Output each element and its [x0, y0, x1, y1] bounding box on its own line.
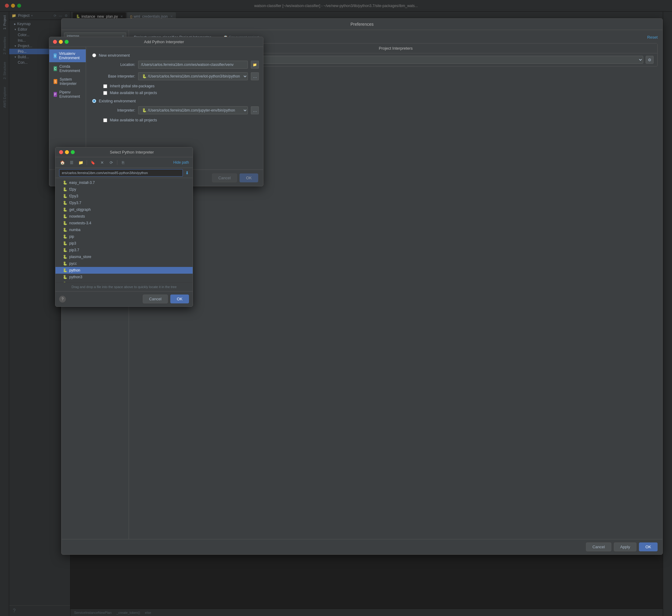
file-icon-10: 🐍	[63, 248, 67, 252]
toolbar-refresh-btn[interactable]: ⟳	[108, 159, 115, 166]
file-icon-13: 🐍	[63, 268, 67, 272]
file-icon-4: 🐍	[63, 207, 67, 212]
add-interp-virtualenv[interactable]: V Virtualenv Environment	[49, 49, 86, 62]
file-item-easy-install[interactable]: 🐍 easy_install-3.7	[55, 179, 193, 186]
add-interp-title-bar: Add Python Interpreter	[49, 37, 263, 47]
prefs-title: Preferences	[62, 19, 663, 30]
file-item-nosetests[interactable]: 🐍 nosetests	[55, 213, 193, 220]
make-available-label: Make available to all projects	[110, 91, 157, 95]
file-icon-2: 🐍	[63, 194, 67, 198]
select-interp-maximize[interactable]	[71, 150, 75, 154]
inherit-checkbox[interactable]	[103, 84, 107, 88]
add-interp-pipenv[interactable]: P Pipenv Environment	[49, 88, 86, 101]
select-interp-minimize[interactable]	[65, 150, 69, 154]
toolbar-close-btn[interactable]: ✕	[99, 159, 105, 166]
new-env-label: New environment	[99, 53, 130, 58]
existing-env-label: Existing environment	[99, 99, 136, 103]
select-interp-ok-btn[interactable]: OK	[170, 294, 189, 303]
location-browse-btn[interactable]: 📁	[251, 61, 259, 69]
new-env-radio[interactable]	[92, 53, 96, 57]
add-interp-conda[interactable]: C Conda Environment	[49, 62, 86, 75]
new-env-radio-row: New environment	[92, 53, 259, 58]
interpreter-dots-btn[interactable]: …	[251, 106, 259, 114]
location-label: Location:	[98, 62, 135, 67]
file-item-f2py[interactable]: 🐍 f2py	[55, 186, 193, 193]
make-available2-checkbox[interactable]	[103, 118, 107, 122]
interpreter-label: Interpreter:	[98, 108, 135, 112]
select-interp-title-text: Select Python Interpreter	[75, 150, 189, 154]
file-item-plasma[interactable]: 🐍 plasma_store	[55, 253, 193, 260]
hide-path-btn[interactable]: Hide path	[173, 160, 189, 164]
file-icon-11: 🐍	[63, 255, 67, 259]
select-interpreter-dialog: Select Python Interpreter 🏠 ☰ 📁 🔖 ✕ ⟳ ⎘ …	[55, 147, 193, 307]
file-icon-3: 🐍	[63, 201, 67, 205]
toolbar-sep-1	[87, 160, 87, 165]
select-interp-traffic	[59, 150, 75, 154]
drag-hint: Drag and drop a file into the space abov…	[55, 282, 193, 291]
file-item-pip[interactable]: 🐍 pip	[55, 233, 193, 240]
toolbar-bookmark-btn[interactable]: 🔖	[89, 159, 96, 166]
conda-icon: C	[54, 66, 57, 71]
inherit-label: Inherit global site-packages	[110, 84, 154, 88]
path-bar: ⬇	[55, 168, 193, 178]
file-item-nosetests34[interactable]: 🐍 nosetests-3.4	[55, 220, 193, 226]
select-interp-title-bar: Select Python Interpreter	[55, 147, 193, 157]
add-interp-title-text: Add Python Interpreter	[69, 40, 259, 44]
prefs-title-text: Preferences	[350, 22, 373, 27]
add-interp-cancel-btn[interactable]: Cancel	[212, 173, 237, 182]
file-icon-8: 🐍	[63, 234, 67, 239]
prefs-apply-button[interactable]: Apply	[614, 542, 637, 551]
interpreter-file-list: 🐍 easy_install-3.7 🐍 f2py 🐍 f2py3 🐍 f2py…	[55, 178, 193, 282]
file-icon-14: 🐍	[63, 275, 67, 279]
make-available2-checkbox-row: Make available to all projects	[103, 118, 259, 122]
file-item-pip37[interactable]: 🐍 pip3.7	[55, 247, 193, 253]
file-icon-0: 🐍	[63, 180, 67, 185]
toolbar-folder-btn[interactable]: 📁	[77, 159, 84, 166]
file-item-pip3[interactable]: 🐍 pip3	[55, 240, 193, 247]
file-item-python[interactable]: 🐍 python	[55, 267, 193, 274]
interpreter-select-row: Interpreter: 🐍 /Users/carlos.ferreira1ib…	[98, 106, 259, 114]
file-item-numba[interactable]: 🐍 numba	[55, 226, 193, 233]
existing-env-radio-row: Existing environment	[92, 99, 259, 103]
interpreter-gear-btn[interactable]: ⚙	[646, 56, 654, 64]
file-icon-15: 🐍	[63, 281, 67, 282]
location-input[interactable]	[138, 61, 248, 69]
add-interp-close[interactable]	[53, 40, 57, 44]
virtualenv-icon: V	[54, 53, 57, 58]
prefs-buttons: Cancel Apply OK	[62, 539, 663, 554]
add-interp-minimize[interactable]	[59, 40, 63, 44]
make-available-checkbox[interactable]	[103, 91, 107, 95]
existing-env-radio[interactable]	[92, 99, 96, 103]
file-item-f2py37[interactable]: 🐍 f2py3.7	[55, 199, 193, 206]
select-interp-toolbar: 🏠 ☰ 📁 🔖 ✕ ⟳ ⎘ Hide path	[55, 157, 193, 168]
base-interpreter-row: Base interpreter: 🐍 /Users/carlos.ferrei…	[98, 72, 259, 80]
select-interp-help-btn[interactable]: ?	[59, 296, 66, 302]
select-interp-cancel-btn[interactable]: Cancel	[143, 294, 168, 303]
toolbar-list-btn[interactable]: ☰	[68, 159, 75, 166]
add-interp-maximize[interactable]	[65, 40, 69, 44]
reset-button[interactable]: Reset	[647, 35, 658, 40]
interpreter-dropdown[interactable]: 🐍 /Users/carlos.ferreira1ibm.com/jupyter…	[138, 106, 248, 114]
add-interp-ok-btn[interactable]: OK	[240, 173, 258, 182]
base-interp-select[interactable]: 🐍 /Users/carlos.ferreira1ibm.com/ve/iot-…	[138, 72, 248, 80]
prefs-cancel-button[interactable]: Cancel	[586, 542, 611, 551]
prefs-ok-button[interactable]: OK	[639, 542, 658, 551]
pipenv-icon: P	[54, 92, 57, 97]
select-interp-buttons: ? Cancel OK	[55, 291, 193, 306]
base-interp-label: Base interpreter:	[98, 74, 135, 78]
file-icon-7: 🐍	[63, 228, 67, 232]
path-input[interactable]	[59, 169, 183, 176]
toolbar-home-btn[interactable]: 🏠	[59, 159, 66, 166]
add-interp-system[interactable]: S System Interpreter	[49, 75, 86, 88]
toolbar-copy-btn[interactable]: ⎘	[120, 159, 126, 166]
make-available2-label: Make available to all projects	[110, 118, 157, 122]
file-item-getobjgraph[interactable]: 🐍 get_objgraph	[55, 206, 193, 213]
file-icon-6: 🐍	[63, 221, 67, 225]
download-icon[interactable]: ⬇	[185, 170, 189, 175]
file-item-python3[interactable]: 🐍 python3	[55, 274, 193, 280]
file-item-pycc[interactable]: 🐍 pycc	[55, 260, 193, 267]
file-item-f2py3[interactable]: 🐍 f2py3	[55, 193, 193, 199]
base-interp-dots-btn[interactable]: …	[251, 72, 259, 80]
select-interp-action-buttons: Cancel OK	[143, 294, 189, 303]
select-interp-close[interactable]	[59, 150, 63, 154]
